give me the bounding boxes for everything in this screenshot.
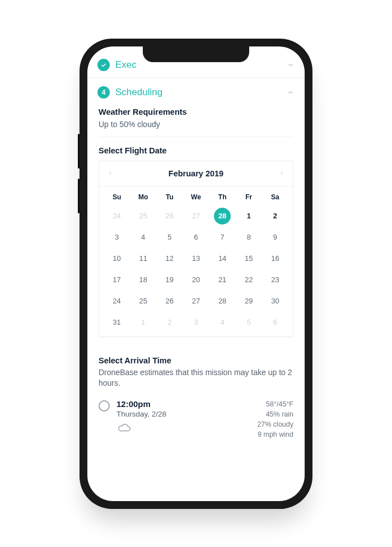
calendar-day[interactable]: 15 — [240, 250, 257, 267]
calendar-day[interactable]: 28 — [214, 293, 231, 310]
slot-weather: 58°/45°F 45% rain 27% cloudy 9 mph wind — [243, 399, 293, 440]
calendar-day[interactable]: 2 — [161, 314, 178, 331]
chevron-up-icon — [287, 88, 295, 96]
calendar-day[interactable]: 24 — [109, 208, 125, 225]
calendar-day[interactable]: 28 — [214, 208, 231, 225]
calendar-day[interactable]: 6 — [267, 314, 283, 331]
time-slot-main: 12:00pm Thursday, 2/28 — [116, 399, 236, 435]
calendar-day[interactable]: 7 — [214, 229, 231, 246]
slot-time: 12:00pm — [116, 399, 236, 409]
weather-rain: 45% rain — [243, 409, 293, 419]
calendar-grid: SuMoTuWeThFrSa24252627281234567891011121… — [99, 186, 293, 336]
calendar-day[interactable]: 11 — [135, 250, 152, 267]
calendar-day[interactable]: 9 — [267, 229, 283, 246]
calendar-day[interactable]: 25 — [135, 208, 152, 225]
step-number-badge: 4 — [97, 86, 110, 99]
calendar-day[interactable]: 26 — [161, 208, 178, 225]
calendar-day[interactable]: 30 — [267, 293, 283, 310]
calendar-day[interactable]: 1 — [135, 314, 152, 331]
cloud-icon — [116, 423, 131, 433]
accordion-current-title: Scheduling — [115, 87, 287, 98]
weather-wind: 9 mph wind — [243, 429, 293, 440]
time-slot[interactable]: 12:00pm Thursday, 2/28 58°/45°F 45% rain… — [87, 396, 305, 440]
calendar-dow: Su — [104, 190, 130, 203]
calendar-day[interactable]: 4 — [135, 229, 152, 246]
calendar-day[interactable]: 24 — [109, 293, 125, 310]
calendar-day[interactable]: 23 — [267, 272, 283, 288]
phone-frame: Exec 4 Scheduling Weather Requirements U… — [80, 39, 312, 509]
calendar-day[interactable]: 8 — [240, 229, 257, 246]
calendar-day[interactable]: 26 — [161, 293, 178, 310]
calendar-month: February 2019 — [169, 169, 223, 178]
check-icon — [97, 59, 110, 71]
calendar-day[interactable]: 2 — [267, 208, 283, 225]
calendar-day[interactable]: 4 — [214, 314, 231, 331]
calendar-dow: Th — [209, 190, 236, 203]
calendar-day[interactable]: 13 — [188, 250, 204, 267]
calendar-day[interactable]: 1 — [240, 208, 257, 225]
calendar-day[interactable]: 10 — [109, 250, 125, 267]
calendar-day[interactable]: 5 — [240, 314, 257, 331]
calendar-dow: Tu — [156, 190, 183, 203]
arrival-heading: Select Arrival Time — [87, 347, 305, 365]
calendar-day[interactable]: 25 — [135, 293, 152, 310]
notch — [143, 46, 249, 62]
weather-cloudy: 27% cloudy — [243, 419, 293, 429]
chevron-down-icon — [287, 61, 295, 69]
calendar-day[interactable]: 17 — [109, 272, 125, 288]
weather-requirements: Weather Requirements Up to 50% cloudy — [87, 105, 305, 137]
calendar: February 2019 SuMoTuWeThFrSa242526272812… — [99, 161, 293, 337]
calendar-day[interactable]: 19 — [161, 272, 178, 288]
calendar-day[interactable]: 29 — [240, 293, 257, 310]
screen: Exec 4 Scheduling Weather Requirements U… — [87, 46, 305, 501]
calendar-dow: We — [183, 190, 209, 203]
calendar-day[interactable]: 3 — [109, 229, 125, 246]
calendar-day[interactable]: 3 — [188, 314, 204, 331]
calendar-next-icon[interactable] — [278, 170, 285, 177]
calendar-dow: Sa — [262, 190, 288, 203]
calendar-dow: Fr — [236, 190, 262, 203]
weather-heading: Weather Requirements — [99, 107, 293, 116]
app-content: Exec 4 Scheduling Weather Requirements U… — [87, 46, 305, 440]
slot-date: Thursday, 2/28 — [116, 410, 236, 418]
calendar-day[interactable]: 18 — [135, 272, 152, 288]
calendar-day[interactable]: 5 — [161, 229, 178, 246]
radio-button[interactable] — [99, 400, 110, 412]
calendar-day[interactable]: 16 — [267, 250, 283, 267]
calendar-day[interactable]: 14 — [214, 250, 231, 267]
calendar-day[interactable]: 6 — [188, 229, 204, 246]
calendar-prev-icon[interactable] — [107, 170, 114, 177]
weather-text: Up to 50% cloudy — [99, 120, 293, 129]
calendar-day[interactable]: 21 — [214, 272, 231, 288]
accordion-step-scheduling[interactable]: 4 Scheduling — [87, 78, 305, 105]
flight-date-heading: Select Flight Date — [87, 137, 305, 155]
calendar-day[interactable]: 27 — [188, 293, 204, 310]
calendar-day[interactable]: 27 — [188, 208, 204, 225]
calendar-header: February 2019 — [99, 161, 293, 186]
calendar-dow: Mo — [130, 190, 156, 203]
calendar-day[interactable]: 12 — [161, 250, 178, 267]
calendar-day[interactable]: 31 — [109, 314, 125, 331]
calendar-day[interactable]: 22 — [240, 272, 257, 288]
weather-temp: 58°/45°F — [243, 399, 293, 409]
calendar-day[interactable]: 20 — [188, 272, 204, 288]
arrival-blurb: DroneBase estimates that this mission ma… — [87, 365, 305, 396]
